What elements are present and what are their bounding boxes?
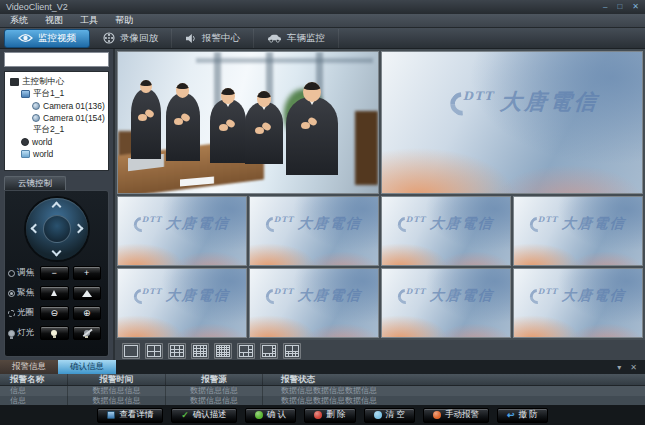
alarm-tab-确认信息[interactable]: 确认信息 (58, 360, 116, 374)
video-cell-8[interactable]: DTT大唐電信 (249, 268, 379, 338)
tab-录像回放[interactable]: 录像回放 (90, 29, 172, 48)
删除-button[interactable]: 删 除 (304, 408, 355, 423)
video-cell-5[interactable]: DTT大唐電信 (381, 196, 511, 266)
tree-item-平台1_1[interactable]: 平台1_1 (7, 88, 106, 100)
iris-plus-icon[interactable]: ⊕ (73, 306, 102, 320)
focus-near-icon[interactable] (40, 286, 69, 300)
layout-cell (171, 353, 174, 356)
layout-4-view[interactable] (145, 343, 163, 359)
layout-25-view[interactable] (214, 343, 232, 359)
手动报警-button[interactable]: 手动报警 (423, 408, 489, 423)
action-label: 查看详情 (119, 409, 153, 421)
alarm-panel: 报警信息确认信息 ▾ ✕ 报警名称报警时间报警源报警状态信息数据信息信息数据信息… (0, 360, 645, 405)
light-on-icon[interactable] (40, 326, 69, 340)
video-cell-7[interactable]: DTT大唐電信 (117, 268, 247, 338)
zoom-minus-icon[interactable]: − (40, 266, 69, 280)
menu-item[interactable]: 帮助 (115, 14, 133, 27)
menu-item[interactable]: 系统 (10, 14, 28, 27)
layout-6-view[interactable] (237, 343, 255, 359)
maximize-icon[interactable]: □ (617, 3, 622, 11)
menu-item[interactable]: 视图 (45, 14, 63, 27)
ptz-down-icon[interactable] (51, 247, 61, 257)
table-row[interactable]: 信息数据信息信息数据信息信息数据信息数据信息数据信息 (0, 386, 645, 396)
eye-icon (18, 33, 33, 43)
ptz-right-icon[interactable] (73, 224, 83, 234)
iris-minus-icon[interactable]: ⊖ (40, 306, 69, 320)
ptz-up-icon[interactable] (51, 202, 61, 212)
table-cell: 数据信息信息 (67, 396, 165, 406)
light-off-icon[interactable] (73, 326, 102, 340)
确认描述-button[interactable]: ✓确认描述 (171, 408, 237, 423)
tree-item-label: 主控制中心 (22, 76, 65, 88)
video-grid: DTT大唐電信DTT大唐電信DTT大唐電信DTT大唐電信DTT大唐電信DTT大唐… (115, 49, 645, 340)
tab-监控视频[interactable]: 监控视频 (4, 29, 90, 48)
tree-item-world[interactable]: world (7, 136, 106, 148)
table-cell: 数据信息信息 (67, 386, 165, 396)
alarm-table: 报警名称报警时间报警源报警状态信息数据信息信息数据信息信息数据信息数据信息数据信… (0, 374, 645, 405)
清空-button[interactable]: 清 空 (364, 408, 415, 423)
video-cell-10[interactable]: DTT大唐電信 (513, 268, 643, 338)
layout-cell (194, 349, 196, 351)
layout-cell (227, 353, 229, 354)
camera-icon (32, 102, 40, 110)
video-cell-2[interactable]: DTT大唐電信 (381, 51, 643, 194)
tree-item-Camera 01(136)[interactable]: Camera 01(136) (7, 100, 106, 112)
ptz-dpad[interactable] (26, 198, 88, 260)
查看详情-button[interactable]: 查看详情 (97, 408, 163, 423)
video-cell-9[interactable]: DTT大唐電信 (381, 268, 511, 338)
datang-watermark: DTT大唐電信 (530, 287, 626, 305)
layout-cell (220, 353, 222, 354)
撤防-button[interactable]: ↩撤 防 (497, 408, 548, 423)
alarm-tab-报警信息[interactable]: 报警信息 (0, 360, 58, 374)
layout-cell (225, 346, 227, 347)
camera-icon (32, 114, 40, 122)
minimize-icon[interactable]: – (603, 3, 607, 11)
layout-16-view[interactable] (191, 343, 209, 359)
datang-watermark: DTT大唐電信 (134, 287, 230, 305)
tree-item-平台2_1[interactable]: 平台2_1 (7, 124, 106, 136)
device-combo-input[interactable] (5, 53, 128, 66)
tree-item-主控制中心[interactable]: 主控制中心 (7, 76, 106, 88)
确认-button[interactable]: 确 认 (245, 408, 296, 423)
layout-cell (266, 354, 268, 356)
tab-报警中心[interactable]: 报警中心 (172, 29, 254, 48)
video-cell-3[interactable]: DTT大唐電信 (117, 196, 247, 266)
datang-watermark: DTT大唐電信 (530, 215, 626, 233)
layout-glyph (216, 345, 230, 357)
ptz-dpad-center[interactable] (43, 215, 71, 243)
focus-far-icon[interactable] (73, 286, 102, 300)
video-cell-6[interactable]: DTT大唐電信 (513, 196, 643, 266)
layout-8-view[interactable] (260, 343, 278, 359)
tree-item-world[interactable]: world (7, 148, 106, 160)
layout-cell (293, 354, 295, 356)
video-cell-1[interactable] (117, 51, 379, 194)
table-cell: 信息 (0, 396, 67, 406)
datang-watermark: DTT大唐電信 (450, 89, 599, 117)
ptz-rows: 调焦−+聚焦光圈⊖⊕灯光 (8, 260, 105, 340)
tree-item-Camera 01(154)[interactable]: Camera 01(154) (7, 112, 106, 124)
tab-label: 报警中心 (202, 32, 240, 45)
layout-cell (201, 346, 203, 348)
collapse-panel-icon[interactable]: ▾ (617, 363, 621, 372)
zoom-plus-icon[interactable]: + (73, 266, 102, 280)
layout-1-view[interactable] (122, 343, 140, 359)
device-combobox[interactable]: ▾ (4, 52, 109, 67)
layout-cell (217, 350, 219, 351)
layout-cell (217, 346, 219, 347)
close-panel-icon[interactable]: ✕ (630, 363, 637, 372)
video-cell-4[interactable]: DTT大唐電信 (249, 196, 379, 266)
layout-cell (171, 350, 174, 353)
layout-10-view[interactable] (283, 343, 301, 359)
tab-车辆监控[interactable]: 车辆监控 (254, 29, 339, 48)
table-cell: 数据信息数据信息数据信息 (262, 386, 645, 396)
layout-cell (194, 346, 196, 348)
table-row[interactable]: 信息数据信息信息数据信息信息数据信息数据信息数据信息 (0, 396, 645, 406)
ptz-label-text: 调焦 (17, 267, 34, 279)
ptz-left-icon[interactable] (30, 224, 40, 234)
close-icon[interactable]: ✕ (632, 3, 639, 11)
layout-cell (273, 354, 275, 356)
menu-item[interactable]: 工具 (80, 14, 98, 27)
layout-9-view[interactable] (168, 343, 186, 359)
disarm-icon: ↩ (507, 411, 515, 419)
globe-dark-icon (21, 138, 29, 146)
